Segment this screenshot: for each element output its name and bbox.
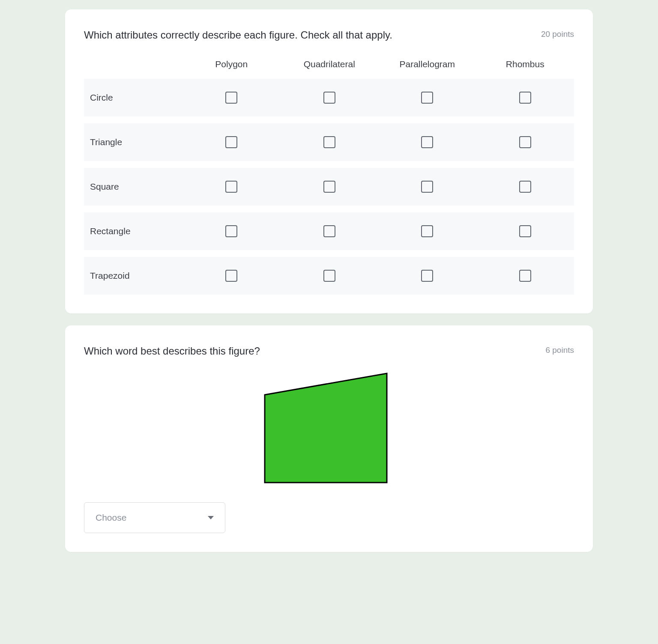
question2-points: 6 points xyxy=(545,344,574,355)
checkbox-trapezoid-polygon[interactable] xyxy=(225,270,237,282)
matrix-row-trapezoid: Trapezoid xyxy=(84,257,574,295)
column-header: Parallelogram xyxy=(378,59,476,69)
column-header: Polygon xyxy=(182,59,281,69)
checkbox-square-quadrilateral[interactable] xyxy=(323,181,335,193)
answer-dropdown[interactable]: Choose xyxy=(84,502,225,533)
checkbox-rectangle-quadrilateral[interactable] xyxy=(323,225,335,237)
matrix-row-triangle: Triangle xyxy=(84,123,574,161)
checkbox-trapezoid-quadrilateral[interactable] xyxy=(323,270,335,282)
checkbox-circle-rhombus[interactable] xyxy=(519,92,531,104)
svg-marker-0 xyxy=(265,373,387,483)
column-header: Quadrilateral xyxy=(281,59,379,69)
matrix-row-square: Square xyxy=(84,168,574,206)
checkbox-triangle-parallelogram[interactable] xyxy=(421,136,433,148)
figure-wrap xyxy=(84,371,574,487)
question1-header: Which attributes correctly describe each… xyxy=(84,28,574,42)
checkbox-rectangle-parallelogram[interactable] xyxy=(421,225,433,237)
question2-header: Which word best describes this figure? 6… xyxy=(84,344,574,358)
matrix-header-row: Polygon Quadrilateral Parallelogram Rhom… xyxy=(84,59,574,79)
checkbox-circle-quadrilateral[interactable] xyxy=(323,92,335,104)
matrix-row-circle: Circle xyxy=(84,79,574,116)
row-label: Rectangle xyxy=(84,226,182,236)
question-card-1: Which attributes correctly describe each… xyxy=(65,9,593,313)
checkbox-circle-parallelogram[interactable] xyxy=(421,92,433,104)
checkbox-circle-polygon[interactable] xyxy=(225,92,237,104)
row-label: Trapezoid xyxy=(84,271,182,281)
question1-text: Which attributes correctly describe each… xyxy=(84,28,392,42)
checkbox-triangle-quadrilateral[interactable] xyxy=(323,136,335,148)
checkbox-triangle-polygon[interactable] xyxy=(225,136,237,148)
checkbox-matrix: Polygon Quadrilateral Parallelogram Rhom… xyxy=(84,59,574,295)
row-label: Square xyxy=(84,182,182,192)
dropdown-label: Choose xyxy=(96,513,126,523)
checkbox-triangle-rhombus[interactable] xyxy=(519,136,531,148)
chevron-down-icon xyxy=(208,516,214,519)
checkbox-trapezoid-rhombus[interactable] xyxy=(519,270,531,282)
question1-points: 20 points xyxy=(541,28,574,39)
column-header: Rhombus xyxy=(476,59,574,69)
checkbox-rectangle-rhombus[interactable] xyxy=(519,225,531,237)
checkbox-square-polygon[interactable] xyxy=(225,181,237,193)
checkbox-square-rhombus[interactable] xyxy=(519,181,531,193)
row-label: Circle xyxy=(84,92,182,103)
question-card-2: Which word best describes this figure? 6… xyxy=(65,325,593,552)
checkbox-square-parallelogram[interactable] xyxy=(421,181,433,193)
row-label: Triangle xyxy=(84,137,182,147)
question2-text: Which word best describes this figure? xyxy=(84,344,260,358)
matrix-row-rectangle: Rectangle xyxy=(84,212,574,250)
checkbox-rectangle-polygon[interactable] xyxy=(225,225,237,237)
trapezoid-figure xyxy=(260,371,398,487)
checkbox-trapezoid-parallelogram[interactable] xyxy=(421,270,433,282)
